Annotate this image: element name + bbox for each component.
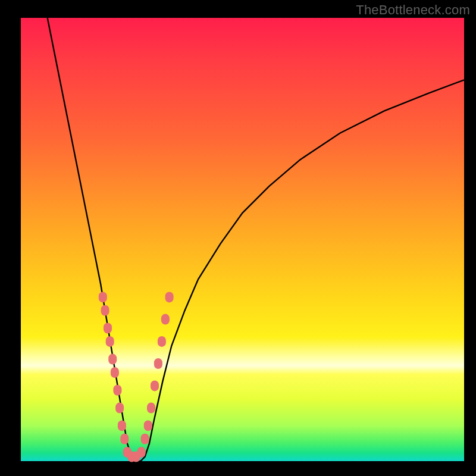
marker-dot bbox=[147, 403, 155, 414]
marker-dot bbox=[108, 354, 117, 365]
marker-dot bbox=[118, 420, 126, 431]
marker-dot bbox=[161, 314, 170, 325]
marker-dot bbox=[111, 367, 119, 378]
marker-dot bbox=[154, 358, 162, 369]
bottleneck-curve bbox=[48, 18, 464, 461]
marker-dot bbox=[151, 380, 159, 391]
marker-dot bbox=[104, 323, 112, 334]
marker-dot bbox=[113, 385, 121, 396]
marker-dot bbox=[165, 292, 174, 302]
marker-dot bbox=[120, 434, 129, 444]
chart-frame: TheBottleneck.com bbox=[0, 0, 476, 476]
highlight-markers bbox=[99, 292, 174, 462]
marker-dot bbox=[101, 305, 109, 316]
plot-area bbox=[21, 18, 464, 461]
marker-dot bbox=[106, 336, 114, 347]
marker-dot bbox=[115, 403, 124, 414]
curve-layer bbox=[21, 18, 464, 461]
marker-dot bbox=[141, 434, 149, 444]
marker-dot bbox=[99, 292, 107, 302]
marker-dot bbox=[137, 447, 146, 458]
marker-dot bbox=[144, 420, 152, 431]
watermark-text: TheBottleneck.com bbox=[356, 2, 470, 18]
marker-dot bbox=[158, 336, 166, 347]
